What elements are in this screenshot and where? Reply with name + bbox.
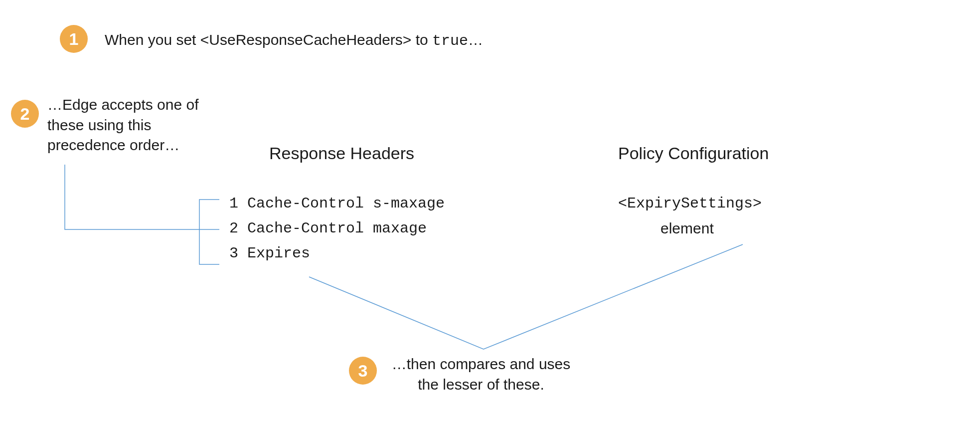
step-2-badge: 2 [11,100,39,128]
header-item-2-label: Cache-Control maxage [247,220,427,237]
header-item-2-num: 2 [229,220,238,237]
header-item-1-num: 1 [229,195,238,212]
policy-sub: element [660,218,714,239]
step-3-text: …then compares and uses the lesser of th… [386,354,576,395]
step-1-prefix: When you set [105,31,200,48]
policy-configuration-heading: Policy Configuration [618,144,769,163]
step-1-text: When you set <UseResponseCacheHeaders> t… [105,30,483,51]
step-1-mid: to [411,31,432,48]
policy-element: <ExpirySettings> [618,194,762,214]
step-1-value: true [432,32,468,49]
list-bracket [199,200,219,264]
header-item-3-label: Expires [247,245,310,262]
header-item-1-label: Cache-Control s-maxage [247,195,445,212]
header-item-1: 1 Cache-Control s-maxage [229,194,445,214]
header-item-2: 2 Cache-Control maxage [229,218,427,239]
connector-step2-to-list [65,165,199,229]
step-3-badge: 3 [349,357,377,385]
step-2-text: …Edge accepts one of these using this pr… [47,95,227,156]
response-headers-heading: Response Headers [269,144,414,163]
header-item-3-num: 3 [229,245,238,262]
step-1-badge: 1 [60,25,88,53]
step-1-suffix: … [468,31,483,48]
connector-v [309,244,743,349]
step-1-element: <UseResponseCacheHeaders> [200,31,412,48]
header-item-3: 3 Expires [229,243,310,264]
